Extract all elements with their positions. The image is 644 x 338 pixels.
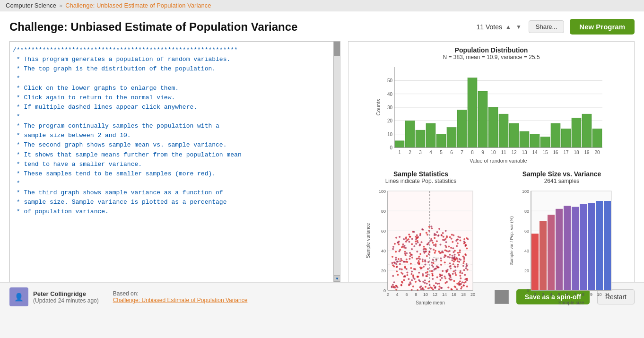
vote-down-button[interactable]: ▼ — [514, 23, 523, 31]
svg-text:16: 16 — [553, 150, 558, 155]
svg-text:8: 8 — [582, 292, 584, 297]
svg-point-259 — [415, 243, 417, 245]
svg-point-282 — [439, 275, 441, 277]
svg-point-146 — [458, 254, 460, 256]
scrollbar-thumb[interactable] — [334, 42, 340, 56]
svg-text:18: 18 — [461, 292, 466, 297]
svg-point-331 — [454, 254, 456, 256]
svg-point-433 — [463, 258, 465, 260]
svg-point-145 — [395, 259, 397, 260]
svg-point-309 — [395, 251, 397, 252]
svg-point-441 — [448, 274, 450, 276]
based-on-link[interactable]: Challenge: Unbiased Estimate of Populati… — [113, 297, 248, 303]
content-row: /***************************************… — [9, 41, 635, 282]
share-button[interactable]: Share... — [529, 20, 565, 33]
svg-point-142 — [466, 286, 468, 287]
avatar: 👤 — [9, 287, 28, 306]
svg-point-300 — [419, 253, 421, 255]
svg-point-407 — [429, 240, 431, 242]
svg-text:10: 10 — [597, 292, 601, 297]
svg-point-126 — [454, 250, 456, 252]
sample-size-var-container[interactable]: Sample Size vs. Variance 2641 samples 02… — [494, 170, 629, 309]
svg-point-288 — [434, 268, 436, 270]
svg-point-354 — [396, 261, 398, 263]
svg-point-311 — [419, 234, 421, 236]
svg-point-218 — [416, 258, 418, 260]
svg-point-316 — [463, 282, 465, 284]
svg-point-312 — [414, 268, 416, 270]
svg-point-486 — [436, 283, 438, 285]
svg-point-411 — [445, 241, 447, 243]
svg-point-119 — [411, 243, 413, 245]
sample-stats-subtitle: Lines indicate Pop. statistics — [385, 178, 457, 184]
svg-point-490 — [411, 279, 413, 281]
svg-point-453 — [396, 285, 398, 287]
svg-rect-526 — [556, 209, 563, 290]
svg-point-487 — [433, 249, 435, 251]
svg-point-208 — [415, 241, 417, 243]
svg-point-283 — [452, 273, 454, 275]
svg-point-409 — [438, 283, 440, 285]
new-program-button[interactable]: New Program — [570, 19, 635, 35]
svg-point-138 — [467, 269, 469, 270]
svg-text:20: 20 — [594, 150, 600, 155]
svg-point-189 — [420, 286, 422, 287]
svg-point-314 — [461, 272, 463, 274]
scrollbar-track[interactable]: ▲ ▼ — [333, 42, 340, 282]
svg-text:7: 7 — [461, 150, 463, 155]
svg-rect-524 — [540, 221, 547, 290]
author-name: Peter Collingridge — [33, 290, 99, 297]
svg-point-225 — [462, 262, 464, 264]
svg-point-249 — [402, 245, 404, 247]
svg-point-420 — [439, 244, 441, 246]
based-on-label: Based on: — [113, 290, 139, 297]
svg-point-461 — [424, 282, 426, 284]
svg-point-497 — [454, 286, 456, 287]
code-panel[interactable]: /***************************************… — [9, 41, 340, 282]
svg-point-406 — [442, 270, 444, 272]
sample-stats-container[interactable]: Sample Statistics Lines indicate Pop. st… — [353, 170, 488, 309]
svg-point-107 — [454, 272, 456, 274]
breadcrumb-sep: » — [59, 2, 62, 9]
svg-text:4: 4 — [396, 292, 398, 297]
svg-point-336 — [435, 286, 436, 288]
svg-rect-27 — [551, 123, 560, 147]
svg-point-304 — [406, 239, 408, 241]
svg-point-337 — [461, 281, 463, 283]
svg-point-502 — [413, 231, 415, 233]
svg-point-177 — [453, 263, 454, 265]
svg-point-435 — [415, 238, 417, 240]
svg-rect-21 — [488, 107, 498, 147]
vote-up-button[interactable]: ▲ — [504, 23, 513, 31]
svg-point-269 — [433, 244, 435, 246]
pop-dist-subtitle: N = 383, mean = 10.9, variance = 25.5 — [443, 54, 540, 61]
svg-point-504 — [441, 287, 443, 289]
svg-point-492 — [428, 242, 430, 244]
svg-point-143 — [396, 270, 398, 272]
svg-point-238 — [451, 238, 453, 240]
svg-point-205 — [405, 247, 407, 249]
svg-point-209 — [418, 260, 420, 262]
svg-point-469 — [401, 281, 403, 283]
svg-point-465 — [434, 234, 435, 236]
svg-point-132 — [435, 245, 436, 247]
svg-text:100: 100 — [379, 189, 386, 194]
svg-point-408 — [406, 274, 408, 276]
svg-point-330 — [443, 236, 444, 238]
scrollbar-down-arrow[interactable]: ▼ — [334, 275, 340, 282]
svg-point-432 — [401, 269, 403, 270]
svg-rect-26 — [540, 137, 550, 147]
svg-point-140 — [420, 268, 422, 269]
svg-text:50: 50 — [387, 78, 393, 83]
svg-text:30: 30 — [387, 105, 393, 110]
svg-point-240 — [435, 282, 437, 284]
svg-point-236 — [422, 260, 424, 262]
svg-point-357 — [465, 265, 467, 267]
sample-size-var-title: Sample Size vs. Variance — [522, 170, 601, 178]
svg-point-227 — [393, 281, 395, 283]
svg-point-82 — [436, 231, 438, 233]
svg-text:4: 4 — [550, 292, 552, 297]
svg-point-493 — [462, 265, 464, 267]
svg-point-498 — [427, 261, 429, 263]
svg-point-229 — [408, 241, 410, 243]
